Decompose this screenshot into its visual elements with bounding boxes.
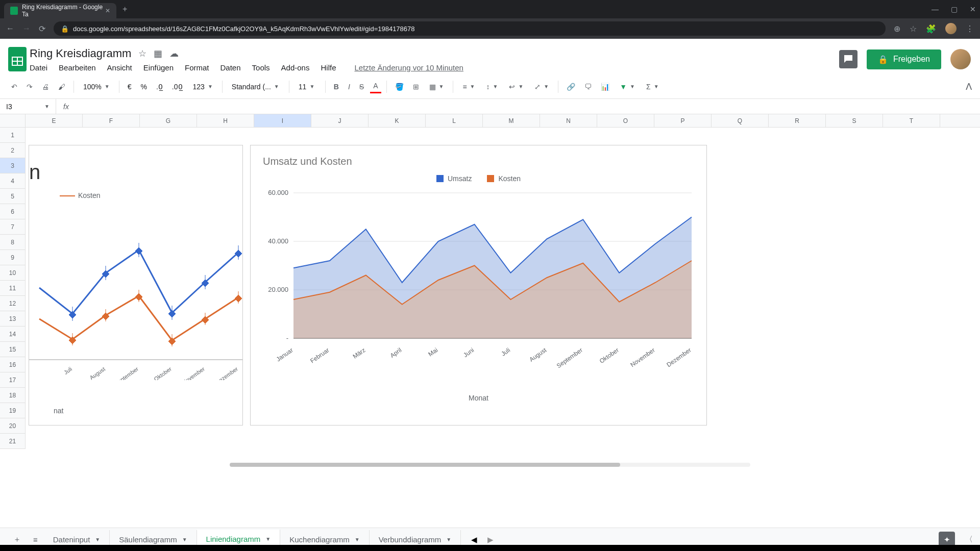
row-header-21[interactable]: 21 xyxy=(0,434,25,449)
currency-button[interactable]: € xyxy=(125,81,135,93)
menu-bearbeiten[interactable]: Bearbeiten xyxy=(59,63,96,72)
col-header-G[interactable]: G xyxy=(140,114,197,127)
row-header-14[interactable]: 14 xyxy=(0,327,25,342)
row-header-16[interactable]: 16 xyxy=(0,357,25,372)
comment-icon[interactable]: 🗨 xyxy=(581,81,595,93)
side-panel-toggle-icon[interactable]: 〈 xyxy=(965,535,973,544)
row-header-7[interactable]: 7 xyxy=(0,219,25,235)
font-size-select[interactable]: 11▼ xyxy=(295,81,320,93)
col-header-T[interactable]: T xyxy=(883,114,940,127)
document-title[interactable]: Ring Kreisdiagramm xyxy=(30,47,131,60)
sheets-logo-icon[interactable] xyxy=(5,44,30,74)
wrap-select[interactable]: ↩▼ xyxy=(505,81,527,93)
dec-decimals-button[interactable]: .0̲ xyxy=(153,81,166,93)
add-sheet-button[interactable]: ＋ xyxy=(7,535,27,544)
row-header-11[interactable]: 11 xyxy=(0,281,25,296)
name-box[interactable]: I3▼ xyxy=(0,99,56,114)
close-window-icon[interactable]: ✕ xyxy=(970,5,976,13)
close-tab-icon[interactable]: ✕ xyxy=(105,7,110,14)
redo-icon[interactable]: ↷ xyxy=(23,81,36,93)
zoom-select[interactable]: 100%▼ xyxy=(79,81,114,93)
new-tab-button[interactable]: + xyxy=(122,5,127,14)
menu-addons[interactable]: Add-ons xyxy=(281,63,310,72)
tab-scroll-right-icon[interactable]: ▶ xyxy=(487,535,494,544)
rotate-select[interactable]: ⤢▼ xyxy=(530,81,553,93)
col-header-J[interactable]: J xyxy=(311,114,369,127)
reload-icon[interactable]: ⟳ xyxy=(39,24,45,34)
halign-select[interactable]: ≡▼ xyxy=(458,81,479,93)
percent-button[interactable]: % xyxy=(138,81,150,93)
borders-icon[interactable]: ⊞ xyxy=(410,81,422,93)
col-header-R[interactable]: R xyxy=(769,114,826,127)
column-headers[interactable]: EFGHIJKLMNOPQRST xyxy=(0,114,980,128)
col-header-H[interactable]: H xyxy=(197,114,254,127)
row-header-5[interactable]: 5 xyxy=(0,189,25,204)
last-edit-link[interactable]: Letzte Änderung vor 10 Minuten xyxy=(354,63,463,72)
col-header-L[interactable]: L xyxy=(426,114,483,127)
star-icon[interactable]: ☆ xyxy=(138,48,146,59)
col-header-Q[interactable]: Q xyxy=(712,114,769,127)
chart-icon[interactable]: 📊 xyxy=(598,81,612,93)
valign-select[interactable]: ↕▼ xyxy=(482,81,502,93)
comments-button[interactable] xyxy=(839,50,857,68)
filter-select[interactable]: ▼▼ xyxy=(616,81,639,93)
row-header-3[interactable]: 3 xyxy=(0,158,25,173)
tab-scroll-left-icon[interactable]: ◀ xyxy=(471,535,477,544)
col-header-F[interactable]: F xyxy=(83,114,140,127)
browser-profile-avatar[interactable] xyxy=(945,23,957,34)
row-header-15[interactable]: 15 xyxy=(0,342,25,357)
menu-daten[interactable]: Daten xyxy=(220,63,241,72)
row-header-8[interactable]: 8 xyxy=(0,235,25,250)
cloud-status-icon[interactable]: ☁ xyxy=(169,48,179,59)
col-header-P[interactable]: P xyxy=(654,114,712,127)
italic-icon[interactable]: I xyxy=(345,81,353,93)
area-chart[interactable]: Umsatz und Kosten Umsatz Kosten 60.000 4… xyxy=(250,145,707,425)
extensions-icon[interactable]: 🧩 xyxy=(926,24,936,34)
horizontal-scrollbar[interactable] xyxy=(0,461,980,468)
print-icon[interactable]: 🖨 xyxy=(39,81,52,93)
undo-icon[interactable]: ↶ xyxy=(8,81,20,93)
col-header-E[interactable]: E xyxy=(26,114,83,127)
text-color-icon[interactable]: A xyxy=(370,80,381,93)
minimize-icon[interactable]: — xyxy=(932,5,939,13)
col-header-M[interactable]: M xyxy=(483,114,540,127)
font-select[interactable]: Standard (...▼ xyxy=(228,81,284,93)
row-header-1[interactable]: 1 xyxy=(0,128,25,143)
row-header-18[interactable]: 18 xyxy=(0,388,25,403)
row-header-17[interactable]: 17 xyxy=(0,372,25,388)
col-header-I[interactable]: I xyxy=(254,114,311,127)
merge-cells-select[interactable]: ▦▼ xyxy=(425,81,448,93)
inc-decimals-button[interactable]: .00̲ xyxy=(169,81,186,93)
maximize-icon[interactable]: ▢ xyxy=(951,5,958,13)
row-headers[interactable]: 123456789101112131415161718192021 xyxy=(0,128,26,449)
link-icon[interactable]: 🔗 xyxy=(564,81,578,93)
row-header-20[interactable]: 20 xyxy=(0,418,25,434)
fill-color-icon[interactable]: 🪣 xyxy=(392,81,407,93)
row-header-19[interactable]: 19 xyxy=(0,403,25,418)
menu-format[interactable]: Format xyxy=(185,63,209,72)
account-avatar[interactable] xyxy=(950,49,971,69)
share-button[interactable]: 🔒 Freigeben xyxy=(867,49,941,69)
row-header-12[interactable]: 12 xyxy=(0,296,25,311)
bookmark-icon[interactable]: ☆ xyxy=(910,24,917,34)
row-header-9[interactable]: 9 xyxy=(0,250,25,265)
back-icon[interactable]: ← xyxy=(6,24,14,33)
forward-icon[interactable]: → xyxy=(22,24,31,33)
browser-menu-icon[interactable]: ⋮ xyxy=(966,24,974,34)
row-header-10[interactable]: 10 xyxy=(0,265,25,281)
col-header-O[interactable]: O xyxy=(597,114,654,127)
menu-ansicht[interactable]: Ansicht xyxy=(107,63,132,72)
number-format-select[interactable]: 123▼ xyxy=(189,81,217,93)
menu-einfuegen[interactable]: Einfügen xyxy=(143,63,174,72)
row-header-4[interactable]: 4 xyxy=(0,173,25,189)
collapse-toolbar-icon[interactable]: ᐱ xyxy=(966,81,972,92)
functions-select[interactable]: Σ▼ xyxy=(642,81,663,93)
move-icon[interactable]: ▦ xyxy=(154,48,162,59)
menu-tools[interactable]: Tools xyxy=(252,63,270,72)
row-header-6[interactable]: 6 xyxy=(0,204,25,219)
zoom-icon[interactable]: ⊕ xyxy=(894,24,900,34)
menu-hilfe[interactable]: Hilfe xyxy=(321,63,336,72)
strikethrough-icon[interactable]: S xyxy=(356,81,367,93)
paint-format-icon[interactable]: 🖌 xyxy=(55,81,68,93)
line-chart-cropped[interactable]: n Kosten xyxy=(29,145,243,425)
